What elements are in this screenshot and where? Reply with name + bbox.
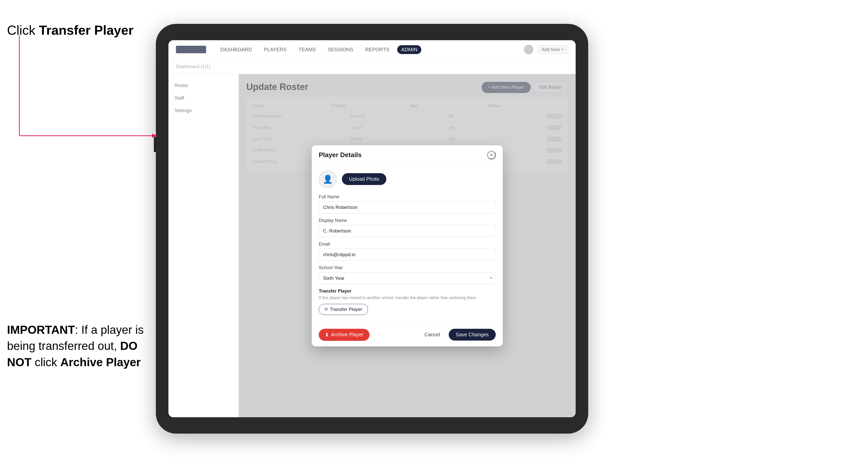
main-content: Roster Staff Settings Update Roster + Ad…: [168, 74, 576, 417]
save-changes-button[interactable]: Save Changes: [449, 329, 496, 341]
email-input[interactable]: [319, 249, 496, 261]
content-pane: Update Roster + Add New Player Edit Rost…: [239, 74, 576, 417]
cancel-button[interactable]: Cancel: [420, 329, 445, 340]
sidebar: Roster Staff Settings: [168, 74, 239, 417]
full-name-label: Full Name: [319, 194, 496, 199]
important-label: IMPORTANT: [7, 323, 75, 336]
display-name-input[interactable]: [319, 225, 496, 237]
svg-marker-2: [152, 134, 157, 138]
email-label: Email: [319, 242, 496, 247]
sidebar-item-staff[interactable]: Staff: [168, 92, 239, 104]
nav-teams[interactable]: TEAMS: [294, 45, 320, 54]
transfer-player-button[interactable]: ⟳ Transfer Player: [319, 304, 368, 315]
display-name-label: Display Name: [319, 218, 496, 223]
modal-header: Player Details ×: [312, 145, 503, 164]
nav-admin[interactable]: ADMIN: [397, 45, 421, 54]
user-avatar: [524, 45, 533, 54]
nav-bar: DASHBOARD PLAYERS TEAMS SESSIONS REPORTS…: [216, 45, 519, 54]
modal-title: Player Details: [319, 151, 362, 159]
breadcrumb: Dashboard (1/1): [176, 64, 210, 69]
school-year-select[interactable]: First Year Second Year Third Year Fourth…: [319, 272, 496, 284]
full-name-field: Full Name: [319, 194, 496, 213]
modal-footer: ⬇ Archive Player Cancel Save Changes: [312, 324, 503, 346]
transfer-description: If this player has moved to another scho…: [319, 295, 496, 301]
modal-overlay: Player Details × 👤 Upload Photo: [239, 74, 576, 417]
header-right: Add New +: [524, 45, 568, 54]
instruction-bottom: IMPORTANT: If a player is being transfer…: [7, 322, 148, 370]
sidebar-item-roster[interactable]: Roster: [168, 79, 239, 92]
footer-right-actions: Cancel Save Changes: [420, 329, 496, 341]
full-name-input[interactable]: [319, 201, 496, 213]
photo-upload-row: 👤 Upload Photo: [319, 170, 496, 188]
transfer-icon: ⟳: [324, 307, 328, 312]
player-details-modal: Player Details × 👤 Upload Photo: [312, 145, 503, 346]
avatar-circle: 👤: [319, 170, 337, 188]
user-icon: 👤: [323, 175, 333, 184]
nav-reports[interactable]: REPORTS: [361, 45, 394, 54]
annotation-arrow: [6, 35, 162, 151]
school-year-field: School Year First Year Second Year Third…: [319, 265, 496, 284]
nav-sessions[interactable]: SESSIONS: [323, 45, 357, 54]
sidebar-item-settings[interactable]: Settings: [168, 104, 239, 117]
app-header: DASHBOARD PLAYERS TEAMS SESSIONS REPORTS…: [168, 40, 576, 59]
upload-photo-button[interactable]: Upload Photo: [342, 173, 386, 185]
app-logo: [176, 46, 206, 53]
modal-body: 👤 Upload Photo Full Name: [312, 164, 503, 322]
add-new-button[interactable]: Add New +: [537, 45, 568, 54]
archive-icon: ⬇: [325, 332, 329, 338]
display-name-field: Display Name: [319, 218, 496, 237]
transfer-player-label: Transfer Player: [319, 288, 496, 294]
modal-close-button[interactable]: ×: [487, 151, 496, 159]
tablet-screen: DASHBOARD PLAYERS TEAMS SESSIONS REPORTS…: [168, 40, 576, 417]
archive-label-instruction: Archive Player: [60, 356, 141, 369]
sub-header: Dashboard (1/1): [168, 59, 576, 74]
email-field: Email: [319, 242, 496, 261]
school-year-select-wrapper: First Year Second Year Third Year Fourth…: [319, 272, 496, 284]
transfer-section: Transfer Player If this player has moved…: [319, 288, 496, 315]
nav-dashboard[interactable]: DASHBOARD: [216, 45, 256, 54]
archive-player-button[interactable]: ⬇ Archive Player: [319, 329, 370, 341]
tablet-device: DASHBOARD PLAYERS TEAMS SESSIONS REPORTS…: [156, 24, 588, 434]
school-year-label: School Year: [319, 265, 496, 271]
nav-players[interactable]: PLAYERS: [260, 45, 291, 54]
